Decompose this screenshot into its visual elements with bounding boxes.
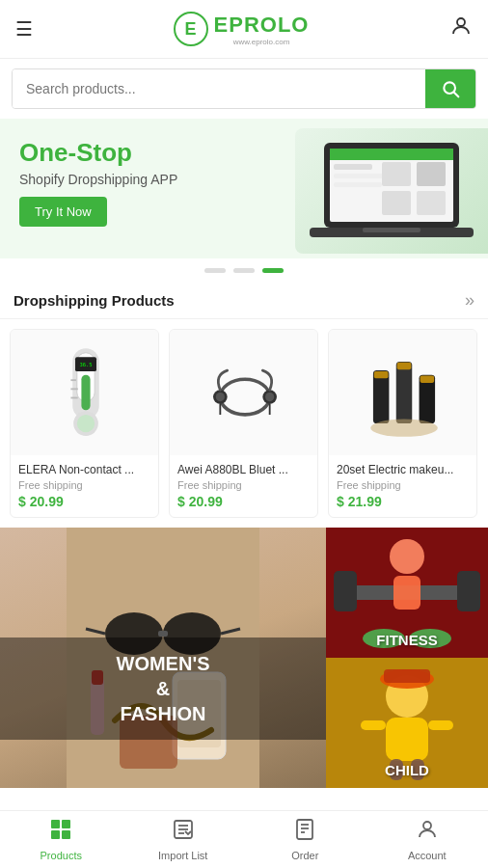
product-info-3: 20set Electric makeu... Free shipping $ … — [329, 455, 476, 517]
category-women[interactable]: WOMEN'S&FASHION — [0, 528, 326, 788]
banner-image — [295, 128, 488, 254]
logo: E EPROLO www.eprolo.com — [174, 12, 310, 46]
svg-rect-43 — [158, 631, 168, 637]
svg-point-80 — [423, 822, 431, 829]
svg-rect-65 — [428, 720, 453, 730]
laptop-illustration — [305, 133, 478, 249]
category-fitness-label: FITNESS — [326, 624, 488, 658]
banner-dots — [0, 258, 488, 283]
product-name-3: 20set Electric makeu... — [337, 463, 469, 476]
products-grid: 36.5 ELERA Non-contact ... Free shipping… — [0, 319, 488, 528]
svg-rect-8 — [334, 182, 382, 187]
nav-products-label: Products — [41, 850, 82, 851]
category-right-col: FITNESS — [326, 528, 488, 788]
svg-rect-32 — [372, 370, 389, 423]
svg-rect-62 — [384, 669, 430, 683]
svg-rect-53 — [334, 571, 357, 611]
logo-circle: E — [174, 12, 208, 46]
category-women-label: WOMEN'S&FASHION — [0, 637, 326, 740]
thermometer-icon: 36.5 — [42, 339, 129, 446]
products-more-button[interactable]: » — [465, 290, 474, 311]
product-price-1: $ 20.99 — [18, 494, 150, 509]
svg-line-2 — [454, 93, 459, 97]
logo-letter: E — [185, 19, 197, 40]
makeup-icon — [361, 339, 447, 446]
svg-point-38 — [370, 420, 438, 437]
svg-rect-34 — [395, 362, 412, 423]
svg-rect-14 — [363, 228, 420, 232]
try-it-now-button[interactable]: Try It Now — [19, 197, 107, 227]
product-info-2: Awei A880BL Bluet ... Free shipping $ 20… — [170, 455, 317, 517]
svg-rect-9 — [382, 162, 411, 186]
user-icon[interactable] — [449, 14, 473, 43]
search-input[interactable] — [13, 69, 425, 108]
nav-account[interactable]: Account — [366, 811, 489, 851]
nav-order[interactable]: Order — [244, 811, 366, 851]
svg-rect-21 — [70, 379, 76, 381]
product-card-2[interactable]: Awei A880BL Bluet ... Free shipping $ 20… — [169, 329, 318, 518]
dot-1[interactable] — [204, 268, 226, 273]
nav-import-list-label: Import List — [158, 850, 207, 851]
svg-point-28 — [215, 393, 224, 401]
product-image-3 — [329, 330, 477, 455]
svg-rect-22 — [70, 397, 77, 399]
search-icon — [441, 79, 460, 98]
svg-rect-64 — [361, 720, 386, 730]
search-button[interactable] — [425, 69, 475, 108]
svg-rect-68 — [51, 820, 60, 828]
product-info-1: ELERA Non-contact ... Free shipping $ 20… — [11, 455, 158, 517]
svg-rect-69 — [62, 820, 70, 828]
svg-point-18 — [76, 415, 94, 432]
nav-import-list[interactable]: Import List — [122, 811, 245, 851]
category-fitness[interactable]: FITNESS — [326, 528, 488, 658]
svg-rect-5 — [330, 149, 453, 160]
logo-name: EPROLO — [214, 13, 310, 37]
product-card-3[interactable]: 20set Electric makeu... Free shipping $ … — [328, 329, 477, 518]
svg-rect-6 — [334, 164, 372, 170]
svg-rect-10 — [417, 162, 446, 186]
category-child-label: CHILD — [326, 754, 488, 788]
svg-rect-56 — [393, 576, 420, 610]
product-image-1: 36.5 — [11, 330, 159, 455]
svg-rect-71 — [62, 830, 70, 839]
headphones-icon — [202, 339, 288, 446]
svg-point-55 — [390, 539, 424, 574]
products-icon — [49, 818, 72, 847]
logo-subtitle: www.eprolo.com — [214, 38, 310, 46]
product-name-1: ELERA Non-contact ... — [18, 463, 150, 476]
svg-rect-20 — [70, 388, 77, 390]
dot-3[interactable] — [262, 268, 284, 273]
svg-rect-76 — [297, 820, 312, 839]
category-child[interactable]: CHILD — [326, 658, 488, 788]
import-list-icon — [172, 818, 195, 847]
svg-rect-35 — [396, 363, 411, 369]
product-card-1[interactable]: 36.5 ELERA Non-contact ... Free shipping… — [10, 329, 159, 518]
order-icon — [293, 818, 316, 847]
category-grid: WOMEN'S&FASHION FITNES — [0, 528, 488, 788]
svg-rect-70 — [51, 830, 60, 839]
product-name-2: Awei A880BL Bluet ... — [177, 463, 310, 476]
dot-2[interactable] — [233, 268, 255, 273]
svg-text:36.5: 36.5 — [79, 362, 92, 367]
products-section-title: Dropshipping Products — [14, 292, 175, 309]
account-icon — [416, 818, 439, 847]
banner: One-Stop Shopify Dropshipping APP Try It… — [0, 119, 488, 258]
product-price-2: $ 20.99 — [177, 494, 310, 509]
product-image-2 — [170, 330, 318, 455]
search-bar — [12, 68, 476, 109]
product-price-3: $ 21.99 — [337, 494, 469, 509]
svg-point-0 — [457, 18, 465, 26]
bottom-nav: Products Import List Order — [0, 810, 488, 851]
svg-rect-12 — [417, 191, 446, 215]
svg-rect-19 — [81, 375, 90, 411]
product-shipping-2: Free shipping — [177, 479, 310, 491]
menu-icon[interactable]: ☰ — [15, 17, 33, 41]
svg-rect-11 — [382, 191, 411, 215]
nav-account-label: Account — [408, 850, 447, 851]
svg-point-25 — [220, 379, 269, 415]
svg-rect-37 — [420, 376, 434, 383]
product-shipping-1: Free shipping — [18, 479, 150, 491]
svg-rect-33 — [373, 371, 388, 378]
nav-products[interactable]: Products — [0, 811, 122, 851]
app-header: ☰ E EPROLO www.eprolo.com — [0, 0, 488, 59]
